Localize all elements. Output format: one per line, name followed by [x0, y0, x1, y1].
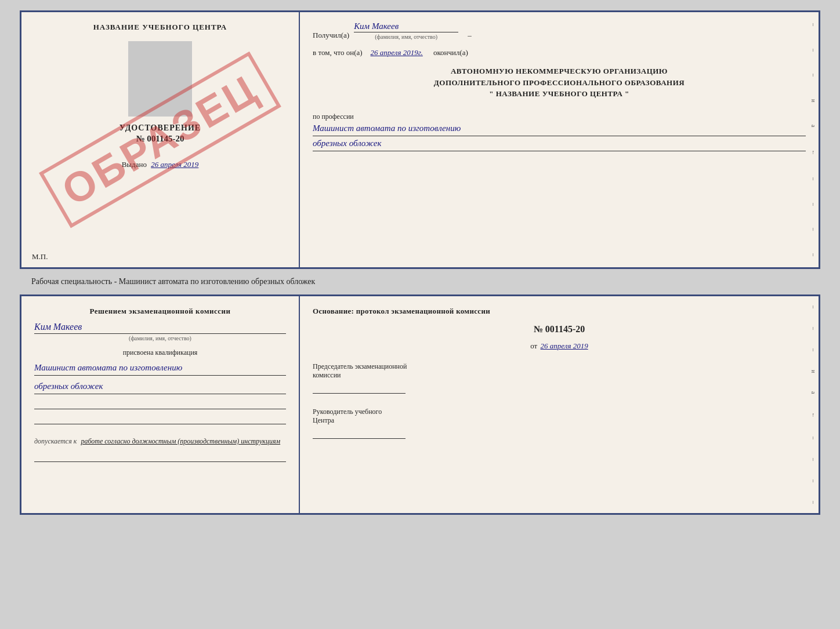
edge-mark-6: –	[810, 228, 817, 231]
received-sub: (фамилия, имя, отчество)	[354, 34, 458, 40]
in-that-label: в том, что он(а)	[313, 48, 363, 57]
head-label-line1: Руководитель учебного	[313, 408, 382, 416]
bottom-name: Ким Макеев	[34, 322, 286, 334]
head-sig-block: Руководитель учебного Центра	[313, 408, 806, 439]
protocol-date: от 26 апреля 2019	[313, 341, 806, 351]
edge-mark-1: –	[810, 23, 817, 26]
resolve-text: Решением экзаменационной комиссии	[34, 307, 286, 316]
qual-line1: Машинист автомата по изготовлению	[34, 362, 286, 376]
edge-mark-2: –	[810, 49, 817, 52]
top-card-left: НАЗВАНИЕ УЧЕБНОГО ЦЕНТРА УДОСТОВЕРЕНИЕ №…	[21, 12, 300, 267]
chair-label-line1: Председатель экзаменационной	[313, 362, 407, 370]
finish-date: 26 апреля 2019г.	[371, 48, 423, 57]
допуск-value: работе согласно должностным (производств…	[81, 437, 280, 445]
b-edge-4: –	[810, 437, 817, 439]
protocol-date-value: 26 апреля 2019	[541, 341, 588, 350]
name-section: Ким Макеев (фамилия, имя, отчество)	[34, 322, 286, 341]
profession-line1: Машинист автомата по изготовлению	[313, 122, 806, 136]
b-edge-6: –	[810, 479, 817, 482]
edge-mark-i: и	[810, 99, 817, 102]
assigned-label: присвоена квалификация	[34, 348, 286, 357]
edge-mark-3: –	[810, 74, 817, 77]
edge-mark-arrow: ←	[810, 150, 817, 155]
top-document-card: НАЗВАНИЕ УЧЕБНОГО ЦЕНТРА УДОСТОВЕРЕНИЕ №…	[20, 10, 820, 269]
b-edge-2: –	[810, 327, 817, 330]
edge-mark-7: –	[810, 253, 817, 256]
bottom-card-left: Решением экзаменационной комиссии Ким Ма…	[21, 296, 300, 513]
bottom-line4	[34, 414, 286, 424]
bottom-name-sub: (фамилия, имя, отчество)	[34, 335, 286, 341]
profession-label: по профессии	[313, 112, 806, 121]
chair-sig-block: Председатель экзаменационной комиссии	[313, 362, 806, 394]
head-sig-line	[313, 426, 405, 439]
issued-date: 26 апреля 2019	[151, 160, 198, 169]
chair-sig-line	[313, 381, 405, 394]
received-label: Получил(а)	[313, 31, 349, 40]
b-edge-3: –	[810, 348, 817, 351]
issued-row: Выдано 26 апреля 2019	[122, 160, 199, 169]
right-edge-marks: – – – и а ← – – – –	[808, 12, 819, 267]
profession-line2: обрезных обложек	[313, 137, 806, 151]
protocol-num: № 001145-20	[313, 324, 806, 335]
org-line2: ДОПОЛНИТЕЛЬНОГО ПРОФЕССИОНАЛЬНОГО ОБРАЗО…	[313, 77, 806, 89]
допуск-prefix: допускается к	[34, 437, 77, 445]
b-edge-arrow: ←	[810, 412, 817, 418]
received-group: Ким Макеев (фамилия, имя, отчество)	[354, 21, 458, 40]
bottom-right-edge-marks: – – – и а ← – – – –	[808, 296, 819, 513]
edge-mark-5: –	[810, 203, 817, 206]
org-line1: АВТОНОМНУЮ НЕКОММЕРЧЕСКУЮ ОРГАНИЗАЦИЮ	[313, 66, 806, 77]
допуск-row: допускается к работе согласно должностны…	[34, 437, 286, 446]
received-name: Ким Макеев	[354, 21, 458, 32]
caption-text: Рабочая специальность - Машинист автомат…	[31, 277, 315, 286]
b-edge-7: –	[810, 501, 817, 504]
profession-section: по профессии Машинист автомата по изгото…	[313, 109, 806, 151]
b-edge-1: –	[810, 306, 817, 308]
b-edge-i: и	[810, 370, 817, 373]
org-block: АВТОНОМНУЮ НЕКОММЕРЧЕСКУЮ ОРГАНИЗАЦИЮ ДО…	[313, 66, 806, 100]
b-edge-5: –	[810, 458, 817, 461]
edge-mark-a: а	[810, 125, 817, 127]
cert-label: УДОСТОВЕРЕНИЕ	[120, 123, 201, 133]
mp-label: М.П.	[32, 252, 48, 261]
chair-label: Председатель экзаменационной комиссии	[313, 362, 806, 380]
qual-line2: обрезных обложек	[34, 380, 286, 394]
in-that-row: в том, что он(а) 26 апреля 2019г. окончи…	[313, 48, 806, 57]
top-card-right: Получил(а) Ким Макеев (фамилия, имя, отч…	[300, 12, 819, 267]
bottom-document-card: Решением экзаменационной комиссии Ким Ма…	[20, 294, 820, 515]
finished-label: окончил(а)	[433, 48, 468, 57]
received-row: Получил(а) Ким Макеев (фамилия, имя, отч…	[313, 21, 806, 40]
cert-number: № 001145-20	[136, 134, 184, 144]
bottom-card-right: Основание: протокол экзаменационной коми…	[300, 296, 819, 513]
chair-label-line2: комиссии	[313, 371, 341, 379]
base-label: Основание: протокол экзаменационной коми…	[313, 307, 806, 316]
issued-label: Выдано	[122, 160, 147, 169]
top-center-title: НАЗВАНИЕ УЧЕБНОГО ЦЕНТРА	[93, 23, 227, 32]
org-line3: " НАЗВАНИЕ УЧЕБНОГО ЦЕНТРА "	[313, 88, 806, 100]
bottom-line5	[34, 452, 286, 462]
bottom-line3	[34, 399, 286, 409]
protocol-date-prefix: от	[530, 341, 537, 350]
head-label: Руководитель учебного Центра	[313, 408, 806, 425]
b-edge-a: а	[810, 391, 817, 394]
dash1: –	[468, 31, 472, 40]
head-label-line2: Центра	[313, 416, 334, 424]
edge-mark-4: –	[810, 177, 817, 180]
photo-placeholder	[128, 41, 192, 117]
